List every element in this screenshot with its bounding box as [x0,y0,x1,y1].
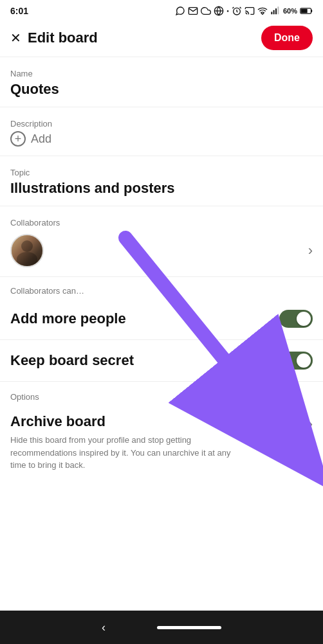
description-add-button[interactable]: + Add [10,131,313,147]
svg-rect-9 [311,10,313,12]
keep-board-secret-row: Keep board secret [0,340,323,382]
svg-rect-7 [277,6,279,14]
svg-rect-10 [301,9,308,13]
add-more-people-row: Add more people [0,298,323,340]
bottom-nav-bar: ‹ [0,611,323,644]
topic-label: Topic [10,168,313,177]
avatar-image [12,235,42,266]
status-time: 6:01 [10,6,28,16]
add-more-people-label: Add more people [10,310,126,327]
globe-icon [214,6,224,16]
wifi-icon [257,6,268,16]
dot-indicator: ● [226,9,229,13]
status-icons: ● 60% [175,6,313,16]
battery-indicator: 60% [283,7,297,15]
options-label: Options [0,382,323,407]
archive-board-description: Hide this board from your profile and st… [10,434,242,472]
collaborators-chevron-icon: › [308,242,313,259]
alarm-icon [232,6,242,16]
plus-icon: + [10,131,26,147]
mail-icon [188,6,198,16]
close-button[interactable]: ✕ [10,30,21,46]
signal-icon [270,6,281,16]
header: ✕ Edit board Done [0,21,323,57]
archive-board-title: Archive board [10,413,242,430]
home-indicator[interactable] [157,626,221,629]
topic-section: Topic Illustrations and posters [0,156,323,206]
cast-icon [245,6,255,16]
done-button[interactable]: Done [261,26,313,50]
svg-rect-5 [273,10,275,15]
add-label: Add [31,132,51,146]
collaborators-row[interactable]: › [10,234,313,267]
collaborators-label: Collaborators [10,218,313,228]
whatsapp-icon [175,6,185,16]
description-section: Description + Add [0,107,323,156]
back-arrow-icon[interactable]: ‹ [102,621,106,634]
battery-icon [300,7,313,15]
name-label: Name [10,69,313,78]
collaborators-section: Collaborators › [0,206,323,277]
svg-rect-4 [271,12,272,14]
cloud-icon [201,6,211,16]
avatar [10,234,44,267]
keep-board-secret-label: Keep board secret [10,352,134,369]
archive-board-left: Archive board Hide this board from your … [10,413,242,472]
add-more-people-toggle[interactable] [279,310,313,328]
name-value[interactable]: Quotes [10,81,313,98]
collaborators-can-label: Collaborators can… [0,277,323,298]
archive-chevron-icon: › [308,416,313,433]
svg-rect-6 [275,8,277,14]
status-bar: 6:01 ● [0,0,323,21]
topic-value[interactable]: Illustrations and posters [10,180,313,197]
archive-board-row[interactable]: Archive board Hide this board from your … [0,407,323,481]
keep-board-secret-toggle[interactable] [279,352,313,370]
description-label: Description [10,119,313,129]
name-section: Name Quotes [0,57,323,107]
header-left: ✕ Edit board [10,30,98,46]
header-title: Edit board [28,30,98,46]
